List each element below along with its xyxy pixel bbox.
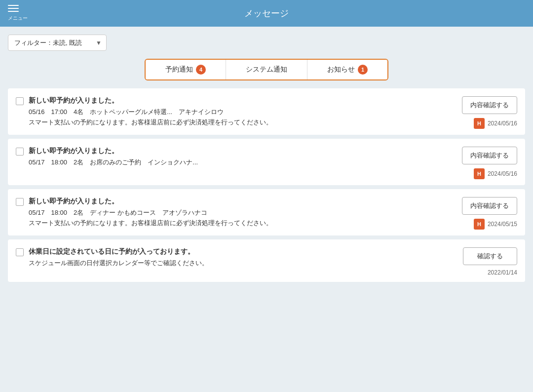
card-detail: スケジュール画面の日付選択カレンダー等でご確認ください。: [29, 258, 455, 269]
card-meta: H 2024/05/15: [474, 219, 517, 230]
filter-wrapper: フィルター：未読, 既読 未読 既読 ▼: [8, 35, 107, 51]
card-text: 休業日に設定されている日に予約が入っております。 スケジュール画面の日付選択カレ…: [29, 247, 455, 269]
tab-reservation-label: 予約通知: [165, 65, 193, 74]
card-text: 新しい即予約が入りました。 05/17 18:00 2名 ディナー かもめコース…: [29, 197, 454, 229]
message-card: 新しい即予約が入りました。 05/17 18:00 2名 ディナー かもめコース…: [8, 189, 525, 235]
tabs-inner: 予約通知 4 システム通知 お知らせ 1: [145, 59, 388, 80]
card-title: 新しい即予約が入りました。: [29, 96, 454, 105]
card-meta: H 2024/05/16: [474, 118, 517, 129]
page-title: メッセージ: [244, 7, 289, 19]
card-title: 新しい即予約が入りました。: [29, 147, 454, 156]
card-left: 休業日に設定されている日に予約が入っております。 スケジュール画面の日付選択カレ…: [16, 247, 455, 269]
message-checkbox-1[interactable]: [16, 148, 24, 156]
hotpepper-icon: H: [474, 118, 485, 129]
tab-news[interactable]: お知らせ 1: [307, 60, 387, 79]
menu-label: メニュー: [8, 15, 28, 22]
tab-news-badge: 1: [358, 65, 368, 75]
card-meta: 2022/01/14: [488, 269, 517, 276]
card-detail: スマート支払いの予約になります。お客様退店前に必ず決済処理を行ってください。: [29, 218, 454, 229]
card-right: 内容確認する H 2024/05/16: [462, 147, 517, 179]
tab-news-label: お知らせ: [327, 65, 355, 74]
menu-button[interactable]: メニュー: [8, 5, 28, 22]
messages-list: 新しい即予約が入りました。 05/16 17:00 4名 ホットペッパーグルメ特…: [8, 88, 525, 282]
card-date: 2024/05/15: [488, 221, 517, 228]
tabs-container: 予約通知 4 システム通知 お知らせ 1: [8, 59, 525, 80]
action-button-1[interactable]: 内容確認する: [462, 147, 517, 164]
filter-select[interactable]: フィルター：未読, 既読 未読 既読: [8, 35, 107, 51]
card-detail: 05/17 18:00 2名 ディナー かもめコース アオゾラハナコ: [29, 208, 454, 218]
card-date: 2024/05/16: [488, 120, 517, 127]
message-checkbox-2[interactable]: [16, 198, 24, 206]
content-area: フィルター：未読, 既読 未読 既読 ▼ 予約通知 4 システム通知 お知らせ …: [0, 27, 533, 294]
card-text: 新しい即予約が入りました。 05/17 18:00 2名 お席のみのご予約 イン…: [29, 147, 454, 168]
card-detail: スマート支払いの予約になります。お客様退店前に必ず決済処理を行ってください。: [29, 118, 454, 128]
card-meta: H 2024/05/16: [474, 168, 517, 179]
hotpepper-icon: H: [474, 168, 485, 179]
action-button-2[interactable]: 内容確認する: [462, 197, 517, 215]
card-detail: 05/17 18:00 2名 お席のみのご予約 インショクハナ...: [29, 157, 454, 168]
filter-row: フィルター：未読, 既読 未読 既読 ▼: [8, 35, 525, 51]
action-button-3[interactable]: 確認する: [463, 247, 517, 265]
card-left: 新しい即予約が入りました。 05/16 17:00 4名 ホットペッパーグルメ特…: [16, 96, 454, 128]
card-text: 新しい即予約が入りました。 05/16 17:00 4名 ホットペッパーグルメ特…: [29, 96, 454, 128]
card-right: 内容確認する H 2024/05/15: [462, 197, 517, 230]
card-title: 新しい即予約が入りました。: [29, 197, 454, 206]
card-left: 新しい即予約が入りました。 05/17 18:00 2名 ディナー かもめコース…: [16, 197, 454, 229]
hotpepper-icon: H: [474, 219, 485, 230]
message-card: 新しい即予約が入りました。 05/17 18:00 2名 お席のみのご予約 イン…: [8, 139, 525, 185]
card-right: 内容確認する H 2024/05/16: [462, 96, 517, 129]
tab-system-label: システム通知: [246, 65, 287, 74]
card-detail: 05/16 17:00 4名 ホットペッパーグルメ特選... アキナイシロウ: [29, 107, 454, 118]
card-title: 休業日に設定されている日に予約が入っております。: [29, 247, 455, 256]
card-date: 2024/05/16: [488, 170, 517, 177]
tab-reservation[interactable]: 予約通知 4: [146, 60, 226, 79]
message-checkbox-3[interactable]: [16, 248, 24, 256]
message-card: 休業日に設定されている日に予約が入っております。 スケジュール画面の日付選択カレ…: [8, 239, 525, 282]
header: メニュー メッセージ: [0, 0, 533, 27]
card-right: 確認する 2022/01/14: [463, 247, 517, 276]
card-left: 新しい即予約が入りました。 05/17 18:00 2名 お席のみのご予約 イン…: [16, 147, 454, 168]
message-card: 新しい即予約が入りました。 05/16 17:00 4名 ホットペッパーグルメ特…: [8, 88, 525, 135]
action-button-0[interactable]: 内容確認する: [462, 96, 517, 114]
tab-reservation-badge: 4: [196, 65, 206, 75]
message-checkbox-0[interactable]: [16, 97, 24, 105]
tab-system[interactable]: システム通知: [226, 60, 307, 79]
card-date: 2022/01/14: [488, 269, 517, 276]
